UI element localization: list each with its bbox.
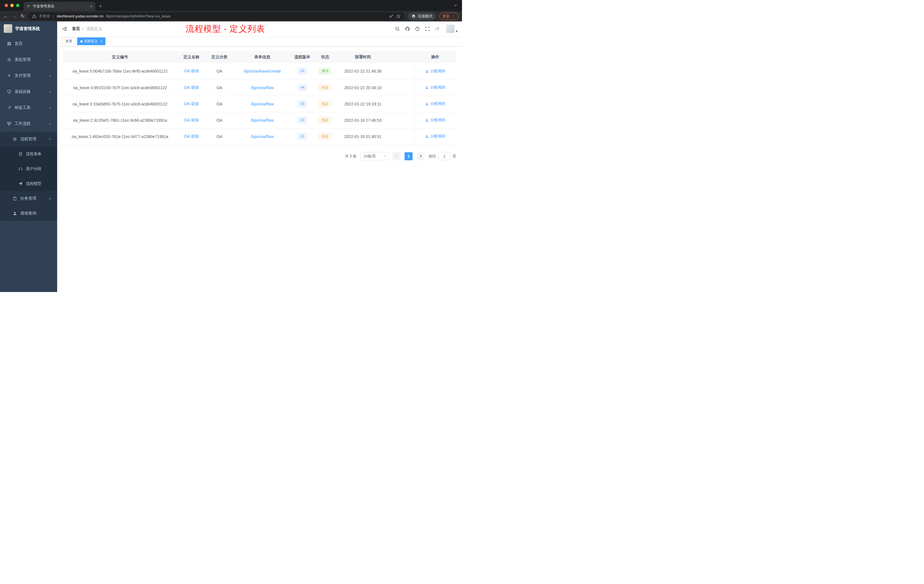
user-icon	[425, 69, 429, 73]
assign-rule-button[interactable]: 分配规则	[425, 101, 445, 106]
page-size-select[interactable]: 10条/页 ▾	[361, 152, 389, 160]
sidebar-item-payment[interactable]: ¥ 支付管理	[0, 68, 57, 84]
action-label: 分配规则	[430, 85, 445, 90]
fold-icon[interactable]	[62, 26, 68, 32]
sidebar-item-process-manage[interactable]: 流程管理	[0, 132, 57, 147]
assign-rule-button[interactable]: 分配规则	[425, 117, 445, 122]
user-icon	[425, 102, 429, 106]
cell-filler	[389, 128, 414, 145]
cell-category: OA	[206, 63, 233, 79]
incognito-label: 无痕模式	[418, 14, 432, 19]
new-tab-icon[interactable]: +	[99, 3, 102, 10]
tab-strip: 芋道管理系统 × +	[0, 0, 462, 11]
form-link[interactable]: /bpm/oa/leave/create	[244, 69, 281, 73]
close-window-button[interactable]	[5, 4, 8, 7]
form-link[interactable]: /bpm/oa/flow	[251, 118, 274, 122]
sidebar-item-leave-query[interactable]: 请假查询	[0, 206, 57, 221]
incognito-profile-chip[interactable]: 无痕模式	[408, 12, 436, 20]
star-icon[interactable]	[396, 14, 401, 18]
cell-deploy-time: 2022-01-16 17:46:53	[337, 112, 389, 128]
sidebar-item-home[interactable]: 首页	[0, 36, 57, 52]
key-icon[interactable]	[389, 14, 394, 18]
definition-name-link[interactable]: OA 请假	[184, 118, 198, 122]
menu-dots-icon[interactable]	[452, 14, 456, 18]
fullscreen-icon[interactable]	[425, 26, 430, 31]
tag-label: 首页	[66, 39, 72, 44]
minimize-window-button[interactable]	[10, 4, 14, 7]
search-icon[interactable]	[395, 26, 400, 31]
cell-category: OA	[206, 112, 233, 128]
incognito-icon	[411, 14, 416, 18]
chevron-down-icon	[48, 90, 51, 93]
security-label[interactable]: 不安全	[39, 14, 50, 19]
chevron-down-icon	[48, 106, 51, 109]
next-page-button[interactable]	[417, 152, 424, 160]
current-page[interactable]: 1	[404, 152, 412, 160]
caret-down-icon: ▾	[456, 30, 457, 33]
browser-tab[interactable]: 芋道管理系统 ×	[23, 2, 96, 11]
tag-home[interactable]: 首页	[62, 38, 76, 45]
sidebar-item-label: 流程模型	[26, 181, 41, 186]
tab-close-icon[interactable]: ×	[90, 4, 92, 8]
forward-icon[interactable]: →	[12, 14, 17, 18]
sidebar-item-devtools[interactable]: 研发工具	[0, 100, 57, 116]
sidebar-item-workflow[interactable]: 工作流程	[0, 116, 57, 132]
definition-name-link[interactable]: OA 请假	[184, 101, 198, 106]
user-menu[interactable]: ▾	[446, 25, 457, 33]
form-link[interactable]: /bpm/oa/flow	[251, 102, 274, 106]
leave-query-icon	[13, 211, 17, 216]
cell-id: oa_leave:5:004b710b-7b8a-11ec-8ef0-acde4…	[63, 63, 177, 79]
assign-rule-button[interactable]: 分配规则	[425, 85, 445, 90]
question-icon[interactable]	[415, 26, 420, 31]
definition-name-link[interactable]: OA 请假	[184, 134, 198, 139]
font-size-icon[interactable]: TT	[435, 26, 440, 31]
update-label: 更新	[442, 14, 450, 19]
tag-process-definition[interactable]: 流程定义 ×	[77, 38, 106, 45]
status-badge: 挂起	[319, 117, 332, 124]
action-label: 分配规则	[430, 134, 445, 139]
assign-rule-button[interactable]: 分配规则	[425, 69, 445, 74]
breadcrumb-separator: /	[82, 26, 84, 31]
tabstrip-chevron-icon[interactable]	[454, 3, 457, 7]
zoom-window-button[interactable]	[16, 4, 20, 7]
breadcrumb-current: 流程定义	[86, 26, 102, 31]
url-separator: |	[53, 14, 54, 18]
sidebar-item-label: 工作流程	[15, 121, 31, 126]
close-icon[interactable]: ×	[100, 39, 102, 43]
sidebar-item-process-form[interactable]: 流程表单	[0, 147, 57, 162]
browser-toolbar: ← → ↻ 不安全 | dashboard.yudao.iocoder.cn/b…	[0, 11, 462, 21]
sidebar-item-user-group[interactable]: 用户分组	[0, 162, 57, 176]
chevron-up-icon	[48, 138, 51, 141]
sidebar-item-task-manage[interactable]: 任务管理	[0, 191, 57, 206]
col-header-status: 状态	[313, 51, 337, 63]
cell-id: oa_leave:1:482ec033-762a-11ec-8477-a2380…	[63, 128, 177, 145]
github-icon[interactable]	[405, 26, 410, 31]
devtools-icon	[7, 106, 12, 110]
sidebar-item-process-model[interactable]: 流程模型	[0, 176, 57, 191]
reload-icon[interactable]: ↻	[21, 14, 25, 18]
prev-page-button[interactable]	[393, 152, 401, 160]
form-link[interactable]: /bpm/oa/flow	[251, 134, 274, 139]
sidebar-item-infrastructure[interactable]: 基础设施	[0, 84, 57, 100]
tab-title: 芋道管理系统	[33, 4, 88, 9]
svg-text:T: T	[437, 27, 439, 31]
col-header-category: 定义分类	[206, 51, 233, 63]
back-icon[interactable]: ←	[3, 14, 8, 18]
sidebar-item-label: 首页	[15, 41, 23, 46]
goto-page-input[interactable]	[438, 152, 450, 160]
address-bar[interactable]: 不安全 | dashboard.yudao.iocoder.cn/bpm/man…	[28, 12, 404, 20]
sidebar-logo[interactable]: 芋道管理系统	[0, 21, 57, 36]
chevron-up-icon	[48, 122, 51, 125]
version-badge: v3	[298, 101, 307, 107]
sidebar-item-system[interactable]: 系统管理	[0, 52, 57, 68]
assign-rule-button[interactable]: 分配规则	[425, 134, 445, 139]
definition-name-link[interactable]: OA 请假	[184, 69, 198, 73]
table-row: oa_leave:4:991f2193-7b7f-11ec-a3c8-acde4…	[63, 79, 456, 96]
breadcrumb-home[interactable]: 首页	[72, 26, 80, 31]
sidebar-item-label: 流程管理	[20, 137, 36, 142]
main-area: 首页 / 流程定义 流程模型 - 定义列表 TT ▾	[57, 21, 462, 292]
cell-deploy-time: 2022-01-22 21:48:38	[337, 63, 389, 79]
form-link[interactable]: /bpm/oa/flow	[251, 86, 274, 90]
chrome-update-button[interactable]: 更新	[439, 13, 459, 20]
definition-name-link[interactable]: OA 请假	[184, 85, 198, 90]
